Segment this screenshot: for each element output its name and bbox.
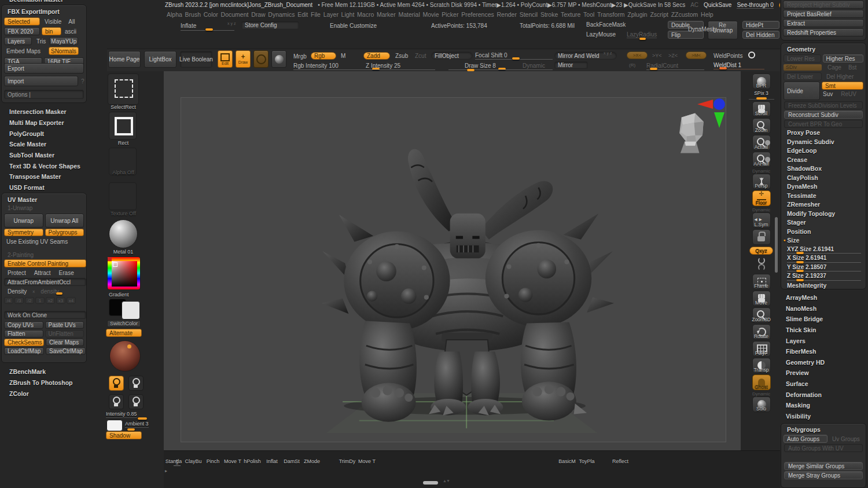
switchcolor-button[interactable]: SwitchColor bbox=[107, 320, 141, 327]
perspective-button[interactable]: Dynamic Persp bbox=[749, 168, 774, 189]
store-config-button[interactable]: Store Config bbox=[241, 21, 299, 30]
menu-item[interactable]: Brush bbox=[185, 11, 201, 18]
ambient-handle[interactable] bbox=[127, 428, 135, 431]
lazyradius-handle[interactable] bbox=[639, 38, 646, 40]
menu-item[interactable]: Movie bbox=[422, 11, 439, 18]
fbx-help-button[interactable]: ? bbox=[81, 78, 84, 85]
uv-master-title[interactable]: UV Master bbox=[3, 195, 85, 204]
uv-density-x[interactable]: x bbox=[32, 289, 35, 294]
draw-size-slider[interactable]: Draw Size 8 bbox=[465, 63, 496, 69]
focal-shift-slider[interactable]: Focal Shift 0 bbox=[475, 52, 507, 58]
focal-shift-handle[interactable] bbox=[512, 57, 520, 60]
menu-item[interactable]: Stroke bbox=[540, 11, 558, 18]
uv-polygroups-button[interactable]: Polygroups bbox=[45, 229, 84, 236]
geometry-subsection-header[interactable]: Proxy Pose bbox=[787, 129, 820, 136]
uv-unwrap-button[interactable]: Unwrap bbox=[4, 214, 43, 228]
geometry-subsection-header[interactable]: Tessimate bbox=[787, 192, 816, 199]
enable-customize-button[interactable]: Enable Customize bbox=[330, 23, 377, 29]
lower-res-button[interactable]: Lower Res bbox=[784, 54, 821, 63]
backfacemask-button2[interactable]: BackFaceMask bbox=[586, 21, 626, 28]
quicksave-button[interactable]: QuickSave bbox=[704, 2, 731, 8]
redshift-properties-button[interactable]: Redshift Properties bbox=[783, 28, 864, 36]
menu-item[interactable]: Texture bbox=[561, 11, 580, 18]
menu-item[interactable]: Preferences bbox=[461, 11, 494, 18]
uv-unflatten-button[interactable]: UnFlatten bbox=[45, 330, 84, 337]
m-button[interactable]: M bbox=[341, 53, 345, 59]
polygroups-title[interactable]: Polygroups bbox=[782, 425, 865, 434]
uv-attract-button[interactable]: Attract bbox=[34, 270, 51, 276]
geometry-subsection-header[interactable]: ZRemesher bbox=[787, 201, 820, 208]
menu-item[interactable]: Document bbox=[221, 11, 249, 18]
inflate-handle[interactable] bbox=[205, 28, 213, 31]
ghost-button[interactable]: Ghost bbox=[749, 375, 774, 390]
plugin-section-header[interactable]: Intersection Masker bbox=[9, 108, 67, 115]
live-boolean-button[interactable]: Live Boolean bbox=[180, 51, 212, 68]
menu-item[interactable]: Color bbox=[204, 11, 218, 18]
uv-enable-control-painting-button[interactable]: Enable Control Painting bbox=[4, 259, 86, 267]
menu-item[interactable]: Light bbox=[341, 11, 355, 18]
brush-damstandard[interactable]: DamSt bbox=[282, 458, 301, 464]
doc-scroll-handle[interactable] bbox=[423, 481, 438, 485]
zoom3d-button[interactable]: Zoom3D bbox=[749, 307, 774, 322]
uv-copy-uvs-button[interactable]: Copy UVs bbox=[4, 321, 43, 329]
weldpoints-button[interactable]: WeldPoints bbox=[713, 53, 742, 59]
palette-header[interactable]: Thick Skin bbox=[786, 326, 816, 333]
lazymouse-button[interactable]: LazyMouse bbox=[586, 31, 616, 38]
convert-bpr-button[interactable]: Convert BPR To Geo bbox=[784, 120, 863, 128]
weldpoints-radio-icon[interactable] bbox=[748, 52, 755, 58]
viewport-canvas[interactable] bbox=[164, 71, 741, 450]
draw-mode-button[interactable]: + Draw bbox=[236, 50, 251, 68]
geometry-title[interactable]: Geometry bbox=[782, 45, 865, 54]
plugin-section-header[interactable]: USD Format bbox=[9, 184, 45, 191]
geometry-subsection-header[interactable]: DynaMesh bbox=[787, 183, 818, 190]
zsub-button[interactable]: Zsub bbox=[395, 53, 408, 59]
home-page-button[interactable]: Home Page bbox=[108, 51, 141, 68]
zmodeler-brush[interactable]: ZMode bbox=[301, 458, 321, 464]
fbx-import-button[interactable]: Import bbox=[4, 76, 78, 86]
palette-header[interactable]: NanoMesh bbox=[786, 305, 816, 312]
brush-claybuildup[interactable]: ClayBu bbox=[183, 458, 203, 464]
menu-item[interactable]: Stencil bbox=[520, 11, 538, 18]
uv-paste-uvs-button[interactable]: Paste UVs bbox=[45, 321, 84, 329]
mirror-axis-x-button[interactable]: >X< bbox=[627, 52, 648, 59]
color-picker[interactable] bbox=[107, 256, 141, 290]
plugin-section-header[interactable]: Transpose Master bbox=[9, 173, 61, 180]
rgb-intensity-slider[interactable]: Rgb Intensity 100 bbox=[293, 63, 339, 69]
zadd-button[interactable]: Zadd bbox=[363, 52, 390, 60]
smt-button[interactable]: Smt bbox=[822, 82, 863, 90]
actual-size-button[interactable]: Actual bbox=[749, 135, 774, 150]
fbx-version-button[interactable]: FBX 2020 bbox=[4, 27, 40, 35]
x-size-slider[interactable]: X Size 2.61941 bbox=[782, 255, 865, 264]
uv-density-step-button[interactable]: /3 bbox=[14, 297, 24, 304]
geometry-subsection-header[interactable]: Modify Topology bbox=[787, 210, 835, 217]
spix-slider[interactable]: SPix 3 bbox=[749, 90, 774, 100]
light-1-button[interactable] bbox=[109, 376, 124, 391]
uv-density-step-button[interactable]: x2 bbox=[46, 297, 55, 304]
y-size-slider[interactable]: Y Size 2.18507 bbox=[782, 264, 865, 273]
transparency-button[interactable]: Transp bbox=[749, 358, 774, 373]
geometry-subsection-header[interactable]: Stager bbox=[787, 219, 806, 226]
menu-item[interactable]: Macro bbox=[357, 11, 374, 18]
z-size-slider[interactable]: Z Size 2.19237 bbox=[782, 273, 865, 282]
fbx-embed-maps-button[interactable]: Embed Maps bbox=[6, 48, 41, 54]
dynamesh-label[interactable]: DynaMesh bbox=[688, 26, 716, 32]
brush-tray-arrow-icon[interactable]: ▸ bbox=[165, 468, 167, 474]
palette-header[interactable]: Slime Bridge bbox=[786, 315, 823, 322]
zcut-button[interactable]: Zcut bbox=[415, 53, 426, 59]
brush-inflate[interactable]: Inflat bbox=[262, 458, 282, 464]
uv-density-step-button[interactable]: /4 bbox=[4, 297, 13, 304]
floor-grid-button[interactable]: Floor bbox=[749, 190, 774, 206]
ambient-color-swatch[interactable] bbox=[106, 420, 123, 431]
polyframe-button[interactable]: PolyF bbox=[749, 341, 774, 356]
palette-header[interactable]: Deformation bbox=[786, 391, 822, 398]
welddist-handle[interactable] bbox=[719, 67, 727, 69]
material-reflect[interactable]: Reflect bbox=[610, 458, 630, 464]
move-mode-button[interactable] bbox=[253, 50, 269, 68]
divide-button[interactable]: Divide bbox=[784, 82, 820, 100]
xyz-size-slider[interactable]: XYZ Size 2.61941 bbox=[782, 246, 865, 255]
menu-item[interactable]: Edit bbox=[297, 11, 308, 18]
project-basrelief-button[interactable]: Project BasRelief bbox=[783, 10, 864, 18]
material-thumb[interactable] bbox=[109, 219, 138, 248]
geometry-subsection-header[interactable]: EdgeLoop bbox=[787, 147, 816, 154]
fbx-snormals-button[interactable]: SNormals bbox=[49, 47, 79, 55]
